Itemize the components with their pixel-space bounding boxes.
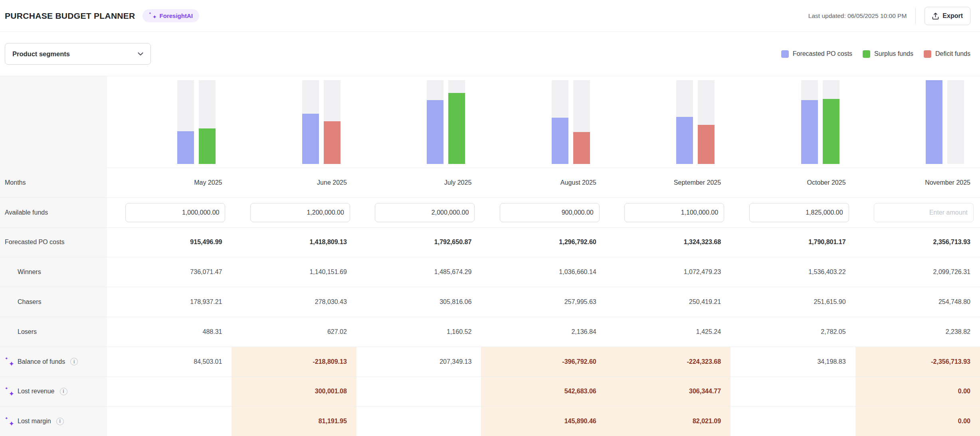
available-funds-cell-june-2025 [232,198,356,227]
row-label-lost-margin: ✦✦Lost margini [0,406,107,436]
po-costs-bar [302,114,319,164]
balance-of-funds-cell-july-2025: 207,349.13 [356,347,481,377]
losers-cell-july-2025: 1,160.52 [356,317,481,347]
row-label-text: Available funds [5,209,48,216]
available-funds-input-october-2025[interactable] [749,203,849,222]
row-winners: Winners736,071.471,140,151.691,485,674.2… [0,257,980,287]
ai-sparkle-icon: ✦✦ [5,357,14,366]
available-funds-cell-august-2025 [481,198,606,227]
winners-cell-july-2025: 1,485,674.29 [356,257,481,287]
chart-cell-may-2025 [107,76,232,168]
available-funds-bar-track [823,80,839,164]
lost-margin-cell-may-2025 [107,406,232,436]
lost-margin-cell-june-2025: 81,191.95 [232,406,356,436]
header-divider [915,8,916,24]
chart-cell-july-2025 [356,76,481,168]
available-funds-bar-track [947,80,964,164]
balance-of-funds-cell-june-2025: -218,809.13 [232,347,356,377]
chasers-cell-october-2025: 251,615.90 [731,287,855,317]
chart-cell-september-2025 [606,76,731,168]
balance-of-funds-cell-may-2025: 84,503.01 [107,347,232,377]
losers-cell-september-2025: 1,425.24 [606,317,731,347]
lost-revenue-cell-july-2025 [356,377,481,406]
legend-item-surplus-funds: Surplus funds [863,50,913,58]
export-button-label: Export [942,12,963,20]
po-costs-bar-track [177,80,194,164]
legend-swatch-icon [924,50,931,58]
forecasted-po-costs-cell-august-2025: 1,296,792.60 [481,228,606,257]
page-title: PURCHASE BUDGET PLANNER [5,11,135,21]
header: PURCHASE BUDGET PLANNER ✦✦ ForesightAI L… [0,0,980,32]
lost-revenue-cell-september-2025: 306,344.77 [606,377,731,406]
available-funds-input-september-2025[interactable] [624,203,724,222]
foresight-ai-badge: ✦✦ ForesightAI [143,9,199,22]
legend-item-label: Surplus funds [874,50,913,57]
lost-margin-cell-september-2025: 82,021.09 [606,406,731,436]
available-funds-input-july-2025[interactable] [375,203,475,222]
chasers-cell-july-2025: 305,816.06 [356,287,481,317]
budget-table: MonthsMay 2025June 2025July 2025August 2… [0,168,980,436]
winners-cell-september-2025: 1,072,479.23 [606,257,731,287]
legend-swatch-icon [863,50,870,58]
lost-revenue-cell-october-2025 [731,377,855,406]
legend-item-label: Deficit funds [935,50,970,57]
info-icon[interactable]: i [60,388,67,395]
product-segments-dropdown[interactable]: Product segments [5,43,151,65]
chart-cell-november-2025 [855,76,980,168]
row-label-text: Winners [18,268,41,276]
months-cell-may-2025: May 2025 [107,168,232,197]
chasers-cell-august-2025: 257,995.63 [481,287,606,317]
lost-revenue-cell-august-2025: 542,683.06 [481,377,606,406]
info-icon[interactable]: i [56,418,64,425]
chart-label-spacer [0,76,107,168]
deficit-funds-bar [698,125,715,164]
legend-swatch-icon [781,50,789,58]
po-costs-bar-track [427,80,443,164]
purchase-budget-planner-page: PURCHASE BUDGET PLANNER ✦✦ ForesightAI L… [0,0,980,436]
winners-cell-november-2025: 2,099,726.31 [855,257,980,287]
losers-cell-june-2025: 627.02 [232,317,356,347]
row-label-lost-revenue: ✦✦Lost revenuei [0,377,107,406]
available-funds-input-november-2025[interactable] [874,203,974,222]
row-balance-of-funds: ✦✦Balance of fundsi84,503.01-218,809.132… [0,347,980,377]
months-cell-august-2025: August 2025 [481,168,606,197]
row-chasers: Chasers178,937.21278,030.43305,816.06257… [0,287,980,317]
chart-cell-august-2025 [481,76,606,168]
forecasted-po-costs-cell-may-2025: 915,496.99 [107,228,232,257]
available-funds-input-may-2025[interactable] [125,203,225,222]
balance-of-funds-cell-november-2025: -2,356,713.93 [855,347,980,377]
winners-cell-october-2025: 1,536,403.22 [731,257,855,287]
balance-of-funds-cell-september-2025: -224,323.68 [606,347,731,377]
lost-margin-cell-august-2025: 145,890.46 [481,406,606,436]
months-cell-november-2025: November 2025 [855,168,980,197]
row-label-forecasted-po-costs: Forecasted PO costs [0,228,107,257]
months-cell-october-2025: October 2025 [731,168,855,197]
legend-item-forecasted-po-costs: Forecasted PO costs [781,50,852,58]
chart-cell-june-2025 [232,76,356,168]
available-funds-bar-track [698,80,715,164]
lost-revenue-cell-november-2025: 0.00 [855,377,980,406]
available-funds-input-august-2025[interactable] [500,203,600,222]
available-funds-cell-september-2025 [606,198,731,227]
row-losers: Losers488.31627.021,160.522,136.841,425.… [0,317,980,347]
info-icon[interactable]: i [70,358,78,365]
chart-legend: Forecasted PO costsSurplus fundsDeficit … [781,50,970,58]
losers-cell-november-2025: 2,238.82 [855,317,980,347]
row-forecasted-po-costs: Forecasted PO costs915,496.991,418,809.1… [0,227,980,257]
lost-margin-cell-november-2025: 0.00 [855,406,980,436]
export-button[interactable]: Export [925,7,970,25]
chevron-down-icon [138,52,143,56]
forecasted-po-costs-cell-june-2025: 1,418,809.13 [232,228,356,257]
row-label-text: Lost margin [18,418,51,425]
chasers-cell-november-2025: 254,748.80 [855,287,980,317]
row-label-text: Losers [18,328,37,335]
forecasted-po-costs-cell-november-2025: 2,356,713.93 [855,228,980,257]
row-label-text: Balance of funds [18,358,65,365]
available-funds-cell-october-2025 [731,198,855,227]
available-funds-input-june-2025[interactable] [250,203,350,222]
budget-bar-chart [0,76,980,168]
chasers-cell-may-2025: 178,937.21 [107,287,232,317]
available-funds-bar-track [448,80,465,164]
lost-revenue-cell-june-2025: 300,001.08 [232,377,356,406]
winners-cell-june-2025: 1,140,151.69 [232,257,356,287]
